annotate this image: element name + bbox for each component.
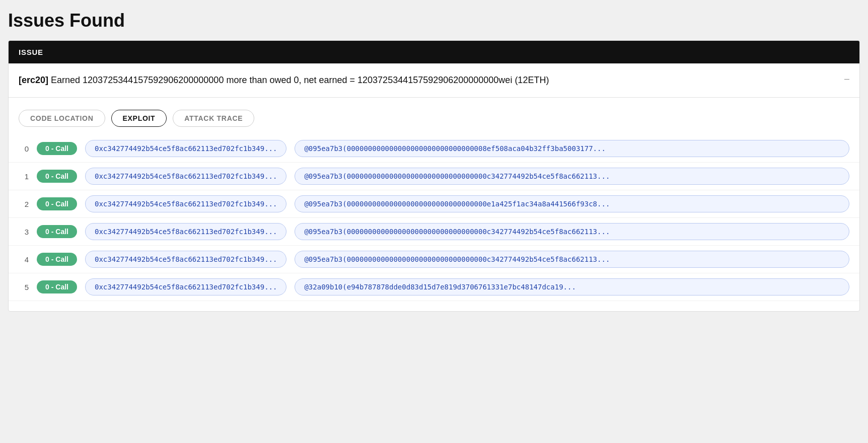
row-index: 2 [19, 200, 29, 208]
tab-exploit[interactable]: EXPLOIT [111, 110, 167, 127]
call-badge: 0 - Call [37, 197, 77, 210]
tab-code-location[interactable]: CODE LOCATION [19, 110, 105, 127]
row-index: 3 [19, 228, 29, 236]
row-index: 4 [19, 255, 29, 264]
address-pill[interactable]: 0xc342774492b54ce5f8ac662113ed702fc1b349… [85, 278, 286, 296]
trace-table: 0 0 - Call 0xc342774492b54ce5f8ac662113e… [9, 135, 859, 311]
issue-header: ISSUE [9, 41, 859, 63]
call-data: @095ea7b3(000000000000000000000000000000… [295, 223, 849, 240]
table-row: 2 0 - Call 0xc342774492b54ce5f8ac662113e… [9, 190, 859, 218]
call-data: @095ea7b3(000000000000000000000000000000… [295, 195, 849, 212]
call-badge: 0 - Call [37, 225, 77, 238]
address-pill[interactable]: 0xc342774492b54ce5f8ac662113ed702fc1b349… [85, 195, 286, 212]
issue-text: [erc20] Earned 1203725344157592906200000… [19, 73, 849, 87]
table-row: 1 0 - Call 0xc342774492b54ce5f8ac662113e… [9, 163, 859, 190]
issues-container: ISSUE [erc20] Earned 1203725344157592906… [8, 40, 860, 312]
call-data: @095ea7b3(000000000000000000000000000000… [295, 168, 849, 185]
row-index: 1 [19, 172, 29, 181]
issue-tag: [erc20] [19, 75, 48, 85]
table-row: 0 0 - Call 0xc342774492b54ce5f8ac662113e… [9, 135, 859, 163]
call-badge: 0 - Call [37, 142, 77, 155]
call-badge: 0 - Call [37, 280, 77, 293]
address-pill[interactable]: 0xc342774492b54ce5f8ac662113ed702fc1b349… [85, 168, 286, 185]
tabs-container: CODE LOCATION EXPLOIT ATTACK TRACE [9, 98, 859, 135]
call-data: @095ea7b3(000000000000000000000000000000… [295, 140, 849, 157]
call-data: @095ea7b3(000000000000000000000000000000… [295, 251, 849, 268]
issue-body: Earned 1203725344157592906200000000 more… [48, 75, 549, 85]
table-row: 5 0 - Call 0xc342774492b54ce5f8ac662113e… [9, 273, 859, 301]
issue-content: [erc20] Earned 1203725344157592906200000… [9, 63, 859, 98]
call-data: @32a09b10(e94b787878dde0d83d15d7e819d370… [295, 278, 849, 296]
address-pill[interactable]: 0xc342774492b54ce5f8ac662113ed702fc1b349… [85, 223, 286, 240]
tab-attack-trace[interactable]: ATTACK TRACE [173, 110, 254, 127]
row-index: 0 [19, 144, 29, 153]
call-badge: 0 - Call [37, 170, 77, 183]
address-pill[interactable]: 0xc342774492b54ce5f8ac662113ed702fc1b349… [85, 251, 286, 268]
table-row: 3 0 - Call 0xc342774492b54ce5f8ac662113e… [9, 218, 859, 246]
address-pill[interactable]: 0xc342774492b54ce5f8ac662113ed702fc1b349… [85, 140, 286, 157]
issue-collapse-dash[interactable]: – [844, 73, 849, 84]
page-title: Issues Found [8, 8, 860, 33]
table-row: 4 0 - Call 0xc342774492b54ce5f8ac662113e… [9, 246, 859, 273]
call-badge: 0 - Call [37, 253, 77, 266]
row-index: 5 [19, 283, 29, 291]
